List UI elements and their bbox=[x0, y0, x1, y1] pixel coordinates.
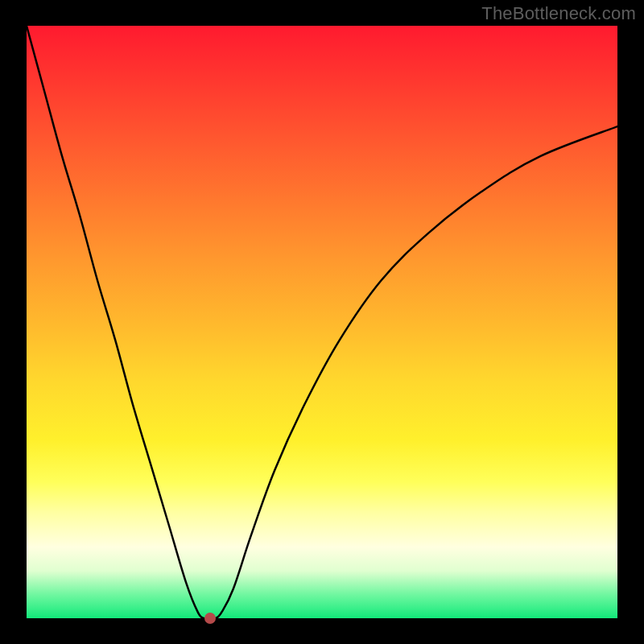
bottleneck-curve bbox=[27, 26, 617, 619]
minimum-marker bbox=[204, 613, 216, 624]
watermark-text: TheBottleneck.com bbox=[481, 3, 636, 24]
curve-svg bbox=[27, 26, 617, 618]
plot-area bbox=[27, 26, 617, 618]
chart-frame: TheBottleneck.com bbox=[0, 0, 644, 644]
